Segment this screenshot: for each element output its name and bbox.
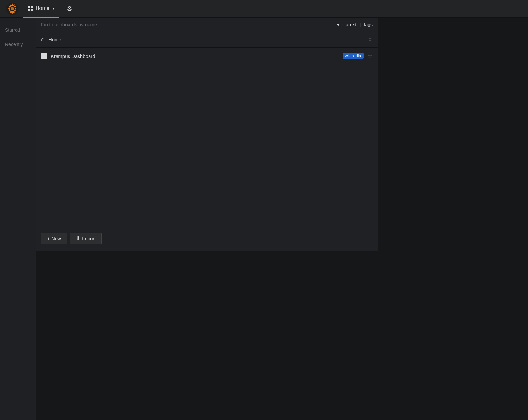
gear-icon: ⚙ bbox=[67, 5, 72, 13]
tags-filter[interactable]: tags bbox=[364, 22, 373, 27]
home-grid-icon bbox=[28, 6, 33, 11]
dashboard-dropdown-panel: ▼ starred | tags ⌂ Home ☆ Krampus Dashbo… bbox=[36, 18, 378, 251]
sidebar-item-starred[interactable]: Starred bbox=[0, 24, 36, 36]
import-label: Import bbox=[82, 236, 96, 241]
filter-separator: | bbox=[360, 22, 361, 27]
panel-footer: + New ⬇ Import bbox=[36, 226, 378, 251]
search-filters: ▼ starred | tags bbox=[336, 22, 373, 27]
search-bar: ▼ starred | tags bbox=[36, 18, 378, 31]
dashboard-item-krampus[interactable]: Krampus Dashboard wikipedia ☆ bbox=[36, 48, 378, 64]
new-button[interactable]: + New bbox=[41, 233, 67, 244]
main-layout: Starred Recently ▼ starred | tags ⌂ Home… bbox=[0, 18, 528, 420]
filter-icon: ▼ bbox=[336, 22, 340, 27]
star-icon-krampus[interactable]: ☆ bbox=[367, 52, 373, 59]
star-icon-home[interactable]: ☆ bbox=[367, 36, 373, 43]
empty-area bbox=[36, 64, 378, 226]
topbar-settings-button[interactable]: ⚙ bbox=[61, 0, 79, 18]
sidebar: Starred Recently bbox=[0, 18, 36, 420]
dashboard-item-home-label: Home bbox=[48, 37, 364, 42]
topbar: Home ▾ ⚙ bbox=[0, 0, 528, 18]
house-icon: ⌂ bbox=[41, 36, 45, 43]
dashboard-item-home[interactable]: ⌂ Home ☆ bbox=[36, 31, 378, 48]
topbar-home-label: Home bbox=[36, 5, 49, 11]
dashboard-item-krampus-tag[interactable]: wikipedia bbox=[343, 53, 364, 59]
sidebar-item-recently[interactable]: Recently bbox=[0, 38, 36, 50]
import-icon: ⬇ bbox=[76, 236, 80, 241]
dashboard-list: ⌂ Home ☆ Krampus Dashboard wikipedia ☆ bbox=[36, 31, 378, 64]
app-logo[interactable] bbox=[3, 0, 21, 18]
topbar-divider bbox=[22, 0, 22, 18]
topbar-home-button[interactable]: Home ▾ bbox=[23, 0, 59, 18]
dashboard-item-krampus-label: Krampus Dashboard bbox=[51, 53, 339, 59]
grid-icon-krampus bbox=[41, 53, 47, 59]
starred-filter[interactable]: starred bbox=[342, 22, 356, 27]
svg-point-2 bbox=[11, 7, 14, 10]
import-button[interactable]: ⬇ Import bbox=[70, 233, 102, 244]
home-caret-icon: ▾ bbox=[53, 7, 54, 10]
search-input[interactable] bbox=[41, 22, 336, 27]
